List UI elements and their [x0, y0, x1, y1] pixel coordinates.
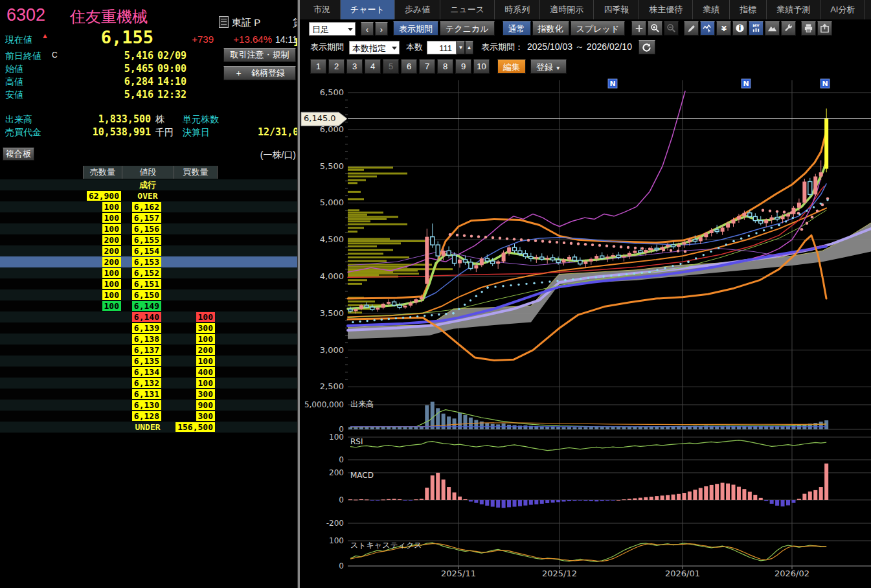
page-button-2[interactable]: 2: [328, 60, 345, 74]
price-cell[interactable]: 6,155: [132, 235, 161, 245]
toolbar-button-表示期間[interactable]: 表示期間: [393, 21, 438, 36]
export-icon[interactable]: [817, 21, 832, 36]
prev-button[interactable]: ‹: [361, 22, 374, 36]
order-book-row[interactable]: 6,139300: [0, 322, 297, 334]
buy-qty-cell[interactable]: 100: [196, 356, 215, 366]
order-book-row[interactable]: 1006,156: [0, 223, 297, 234]
price-cell[interactable]: 成行: [122, 180, 174, 190]
toolbar-button-スプレッド[interactable]: スプレッド: [571, 21, 626, 36]
buy-qty-cell[interactable]: 100: [196, 334, 215, 344]
sell-qty-cell[interactable]: 100: [102, 202, 121, 212]
tab-指標[interactable]: 指標: [730, 0, 767, 19]
price-cell[interactable]: 6,152: [132, 268, 161, 278]
info-icon[interactable]: i: [732, 21, 747, 36]
count-down-button[interactable]: ▼: [457, 41, 465, 54]
tab-AI分析[interactable]: AI分析: [820, 0, 865, 19]
price-cell[interactable]: OVER: [122, 191, 174, 201]
order-book-row[interactable]: 6,134400: [0, 367, 297, 378]
price-cell[interactable]: 6,137: [132, 345, 161, 355]
tab-チャート[interactable]: チャート: [341, 0, 395, 19]
buy-qty-cell[interactable]: 100: [196, 312, 215, 322]
tab-ニュース[interactable]: ニュース: [440, 0, 495, 19]
plus-icon[interactable]: [631, 21, 646, 36]
order-book-row[interactable]: 2006,154: [0, 245, 297, 256]
sell-qty-cell[interactable]: 100: [102, 279, 121, 289]
order-book-row[interactable]: UNDER156,500: [0, 422, 297, 433]
price-cell[interactable]: 6,150: [132, 290, 161, 300]
page-button-6[interactable]: 6: [401, 60, 417, 74]
wrench-icon[interactable]: [781, 21, 796, 36]
order-book-row[interactable]: 6,137200: [0, 345, 297, 356]
composite-board-button[interactable]: 複合板: [3, 148, 34, 161]
page-button-7[interactable]: 7: [419, 60, 435, 74]
order-book-row[interactable]: 1006,151: [0, 278, 297, 289]
price-cell[interactable]: 6,135: [132, 356, 161, 366]
toolbar-button-指数化[interactable]: 指数化: [532, 21, 569, 36]
price-cell[interactable]: 6,153: [132, 257, 161, 267]
my-indicator-icon[interactable]: MY: [749, 21, 764, 36]
sell-qty-cell[interactable]: 200: [102, 235, 121, 245]
price-cell[interactable]: 6,134: [132, 367, 161, 377]
print-icon[interactable]: [801, 21, 816, 36]
edit-button[interactable]: 編集: [497, 60, 526, 74]
next-button[interactable]: ›: [375, 22, 388, 36]
price-cell[interactable]: 6,132: [132, 378, 161, 388]
order-book-row[interactable]: 1006,150: [0, 289, 297, 300]
mountain-icon[interactable]: [765, 21, 780, 36]
page-button-1[interactable]: 1: [310, 60, 326, 74]
order-book-row[interactable]: 6,130900: [0, 400, 297, 411]
register-symbol-button[interactable]: ＋ 銘柄登録: [223, 66, 296, 80]
page-button-4[interactable]: 4: [365, 60, 381, 74]
price-cell[interactable]: 6,157: [132, 213, 161, 223]
order-book-row[interactable]: 1006,149: [0, 300, 297, 311]
zoom-in-icon[interactable]: [648, 21, 662, 36]
toolbar-button-テクニカル[interactable]: テクニカル: [440, 21, 495, 36]
order-book-row[interactable]: 6,131300: [0, 389, 297, 400]
tab-歩み値[interactable]: 歩み値: [395, 0, 440, 19]
price-cell[interactable]: 6,130: [132, 400, 161, 410]
tab-業績予測[interactable]: 業績予測: [767, 0, 820, 19]
stock-chart[interactable]: 2025/112025/122026/012026/022,5003,0003,…: [300, 76, 871, 588]
timeframe-select[interactable]: 日足: [309, 22, 356, 36]
trade-caution-button[interactable]: 取引注意・規制: [223, 48, 296, 62]
order-book-row-selected[interactable]: 2006,153: [0, 256, 297, 267]
tab-四季報[interactable]: 四季報: [594, 0, 639, 19]
buy-qty-cell[interactable]: 400: [196, 367, 215, 377]
buy-qty-cell[interactable]: 200: [196, 345, 215, 355]
sell-qty-cell[interactable]: 200: [102, 257, 121, 267]
buy-qty-cell[interactable]: 100: [196, 378, 215, 388]
register-dropdown-button[interactable]: 登録 ▼: [530, 60, 567, 74]
order-book-row[interactable]: 2006,155: [0, 234, 297, 245]
order-book-row[interactable]: 6,132100: [0, 378, 297, 389]
bar-count-input[interactable]: 111: [427, 41, 457, 54]
period-mode-select[interactable]: 本数指定: [349, 41, 400, 54]
order-book-row[interactable]: 62,900OVER: [0, 190, 297, 201]
order-book-row[interactable]: 成行: [0, 179, 297, 190]
buy-qty-cell[interactable]: 156,500: [175, 422, 215, 432]
price-cell[interactable]: 6,156: [132, 224, 161, 234]
sell-qty-cell[interactable]: 62,900: [87, 191, 121, 201]
price-cell[interactable]: 6,154: [132, 246, 161, 256]
chart-cursor-icon[interactable]: [700, 21, 715, 36]
tab-時系列[interactable]: 時系列: [495, 0, 540, 19]
price-cell[interactable]: 6,139: [132, 323, 161, 333]
refresh-icon[interactable]: [639, 40, 655, 54]
price-cell[interactable]: 6,138: [132, 334, 161, 344]
count-up-button[interactable]: ▲: [465, 41, 473, 54]
sell-qty-cell[interactable]: 100: [102, 213, 121, 223]
page-button-8[interactable]: 8: [437, 60, 453, 74]
page-button-3[interactable]: 3: [346, 60, 363, 74]
tab-株主優待[interactable]: 株主優待: [639, 0, 693, 19]
yen-icon[interactable]: ¥: [716, 21, 731, 36]
price-cell[interactable]: 6,162: [132, 202, 161, 212]
buy-qty-cell[interactable]: 300: [196, 389, 215, 399]
price-cell[interactable]: 6,131: [132, 389, 161, 399]
sell-qty-cell[interactable]: 200: [102, 246, 121, 256]
sell-qty-cell[interactable]: 100: [102, 301, 121, 311]
buy-qty-cell[interactable]: 900: [196, 400, 215, 410]
sell-qty-cell[interactable]: 100: [102, 290, 121, 300]
price-cell[interactable]: 6,128: [132, 411, 161, 421]
tab-適時開示[interactable]: 適時開示: [540, 0, 594, 19]
page-button-9[interactable]: 9: [455, 60, 471, 74]
sell-qty-cell[interactable]: 100: [102, 224, 121, 234]
